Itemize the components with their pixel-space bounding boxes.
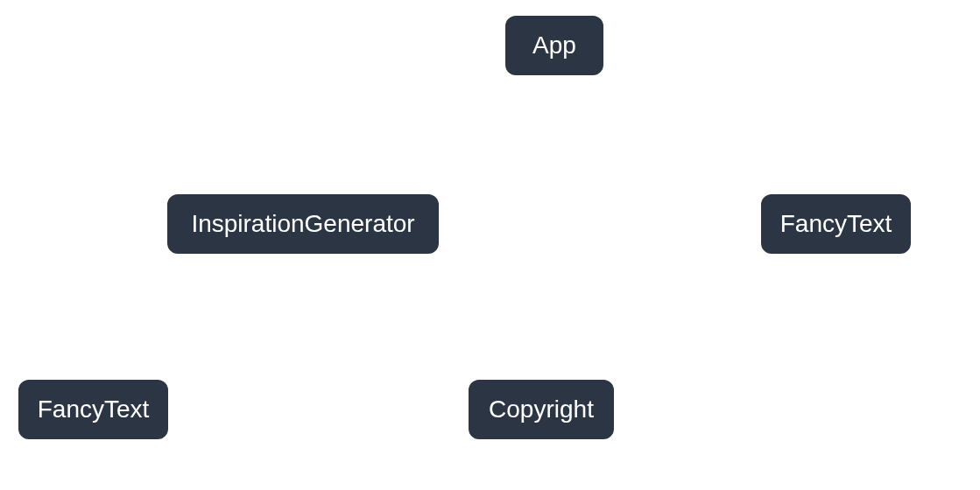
edge-label-insp-copyright: renders [382,298,448,320]
node-app: App [504,14,605,77]
node-copyright-label: Copyright [489,396,594,424]
node-fancy-text-right-label: FancyText [780,210,892,238]
node-fancy-text-left-label: FancyText [38,396,150,424]
edge-label-insp-fancytext: renders [157,298,222,320]
node-fancy-text-left: FancyText [17,378,170,441]
node-copyright: Copyright [467,378,616,441]
node-inspiration-generator: InspirationGenerator [166,192,441,256]
node-app-label: App [532,32,576,60]
edge-label-app-inspiration: renders [369,112,434,135]
node-inspiration-generator-label: InspirationGenerator [191,210,414,238]
edge-label-app-fancytext: renders [674,112,740,135]
node-fancy-text-right: FancyText [759,192,913,256]
